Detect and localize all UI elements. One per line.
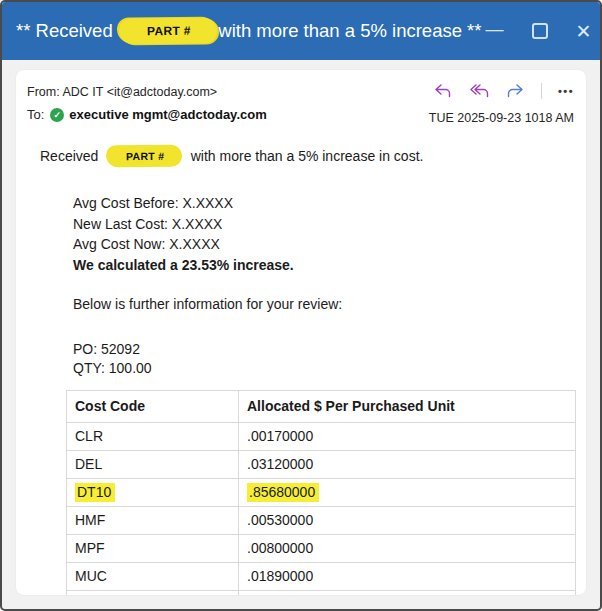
cost-table-body: CLR .00170000 DEL .03120000 DT10 .856800… bbox=[67, 423, 576, 597]
close-icon[interactable]: ✕ bbox=[576, 22, 592, 41]
from-label: From: bbox=[27, 85, 60, 99]
cost-code-cell: CLR bbox=[67, 423, 239, 451]
qty-line: QTY: 100.00 bbox=[73, 359, 574, 378]
intro-line: Received PART # with more than a 5% incr… bbox=[40, 145, 574, 167]
cost-stats-block: Avg Cost Before: X.XXXX New Last Cost: X… bbox=[73, 193, 574, 275]
to-line: To: ✓ executive mgmt@adctoday.com bbox=[27, 107, 267, 122]
maximize-icon[interactable] bbox=[532, 23, 548, 39]
to-address[interactable]: executive mgmt@adctoday.com bbox=[69, 107, 266, 122]
table-row: DT10 .85680000 bbox=[67, 479, 576, 507]
new-last-cost-line: New Last Cost: X.XXXX bbox=[73, 214, 574, 235]
header-right-block: ••• TUE 2025-09-23 1018 AM bbox=[429, 83, 574, 125]
allocated-value-cell: .85680000 bbox=[239, 479, 576, 507]
table-row: CLR .00170000 bbox=[67, 423, 576, 451]
presence-check-icon: ✓ bbox=[50, 108, 64, 122]
cost-code-header: Cost Code bbox=[67, 391, 239, 423]
mail-body: Received PART # with more than a 5% incr… bbox=[27, 125, 574, 596]
table-row: HMF .00530000 bbox=[67, 507, 576, 535]
mail-header: From: ADC IT <it@adctoday.com> To: ✓ exe… bbox=[27, 83, 574, 125]
allocated-value-cell: .00170000 bbox=[239, 423, 576, 451]
allocated-value-cell: .01890000 bbox=[239, 563, 576, 591]
allocated-value-cell: .03120000 bbox=[239, 451, 576, 479]
table-row: MUC .01890000 bbox=[67, 563, 576, 591]
table-row: MPF .00800000 bbox=[67, 535, 576, 563]
cost-code-table: Cost Code Allocated $ Per Purchased Unit… bbox=[66, 390, 576, 596]
minimize-icon[interactable]: — bbox=[486, 20, 504, 38]
window-controls: — ✕ bbox=[486, 22, 592, 41]
mail-panel: From: ADC IT <it@adctoday.com> To: ✓ exe… bbox=[15, 69, 587, 596]
actions-divider bbox=[541, 83, 542, 99]
intro-prefix: Received bbox=[40, 148, 98, 164]
cost-code-cell: MUC bbox=[67, 563, 239, 591]
allocated-value-cell: .00800000 bbox=[239, 535, 576, 563]
title-bar: ** Received PART # with more than a 5% i… bbox=[2, 2, 600, 60]
from-line: From: ADC IT <it@adctoday.com> bbox=[27, 85, 267, 99]
sender-recipient-block: From: ADC IT <it@adctoday.com> To: ✓ exe… bbox=[27, 83, 267, 122]
avg-cost-before-line: Avg Cost Before: X.XXXX bbox=[73, 193, 574, 214]
title-prefix: ** Received bbox=[16, 20, 113, 42]
to-label: To: bbox=[27, 107, 44, 122]
more-options-icon[interactable]: ••• bbox=[558, 85, 574, 97]
allocated-header: Allocated $ Per Purchased Unit bbox=[239, 391, 576, 423]
increase-conclusion: We calculated a 23.53% increase. bbox=[73, 255, 574, 276]
part-number-redaction-highlight: PART # bbox=[106, 145, 183, 168]
title-suffix: with more than a 5% increase ** bbox=[218, 20, 481, 42]
mail-actions: ••• bbox=[433, 83, 574, 99]
from-address[interactable]: ADC IT <it@adctoday.com> bbox=[62, 85, 217, 99]
po-line: PO: 52092 bbox=[73, 340, 574, 359]
cost-code-cell: DT10 bbox=[67, 479, 239, 507]
table-row: DEL .03120000 bbox=[67, 451, 576, 479]
email-window: ** Received PART # with more than a 5% i… bbox=[0, 0, 602, 611]
cost-code-cell: MPF bbox=[67, 535, 239, 563]
table-row: OCN .10010000 bbox=[67, 591, 576, 597]
allocated-value-cell: .10010000 bbox=[239, 591, 576, 597]
cost-code-cell: DEL bbox=[67, 451, 239, 479]
forward-icon[interactable] bbox=[506, 83, 525, 99]
table-header-row: Cost Code Allocated $ Per Purchased Unit bbox=[67, 391, 576, 423]
window-title: ** Received PART # with more than a 5% i… bbox=[16, 18, 486, 44]
reply-icon[interactable] bbox=[433, 83, 452, 99]
po-qty-block: PO: 52092 QTY: 100.00 bbox=[73, 340, 574, 377]
review-line: Below is further information for your re… bbox=[73, 296, 574, 312]
avg-cost-now-line: Avg Cost Now: X.XXXX bbox=[73, 234, 574, 255]
allocated-value-cell: .00530000 bbox=[239, 507, 576, 535]
message-date: TUE 2025-09-23 1018 AM bbox=[429, 111, 574, 125]
part-number-redaction-highlight: PART # bbox=[119, 17, 217, 44]
reply-all-icon[interactable] bbox=[468, 83, 490, 99]
cost-code-cell: HMF bbox=[67, 507, 239, 535]
intro-suffix: with more than a 5% increase in cost. bbox=[191, 148, 424, 164]
cost-code-cell: OCN bbox=[67, 591, 239, 597]
